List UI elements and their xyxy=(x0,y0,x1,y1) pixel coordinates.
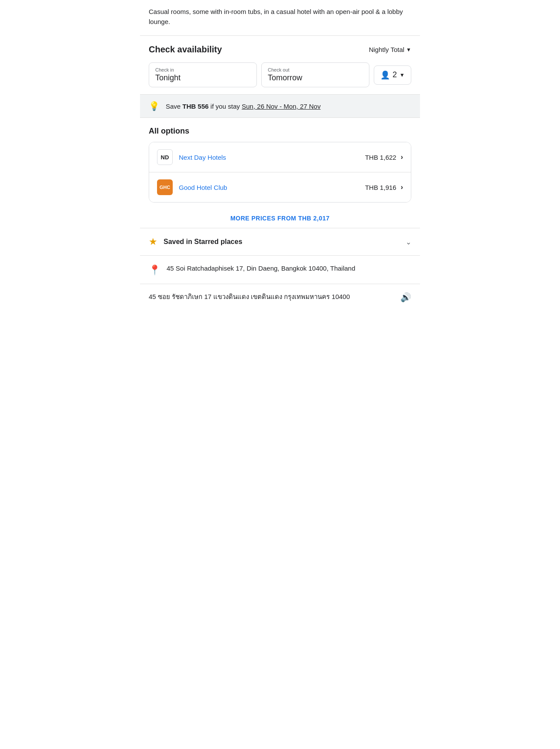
starred-section[interactable]: ★ Saved in Starred places ⌄ xyxy=(140,228,420,256)
good-hotel-club-name: Good Hotel Club xyxy=(179,184,365,191)
check-in-value: Tonight xyxy=(155,73,250,82)
check-out-label: Check out xyxy=(268,67,363,72)
next-day-hotels-name: Next Day Hotels xyxy=(179,154,365,161)
all-options-section: All options ND Next Day Hotels THB 1,622… xyxy=(140,118,420,228)
guests-count: 2 xyxy=(393,70,397,79)
next-day-chevron-icon: › xyxy=(401,153,403,161)
savings-date-range[interactable]: Sun, 26 Nov - Mon, 27 Nov xyxy=(242,103,321,110)
savings-text: Save THB 556 if you stay Sun, 26 Nov - M… xyxy=(166,102,321,111)
nightly-total-button[interactable]: Nightly Total ▼ xyxy=(369,46,411,53)
check-out-value: Tomorrow xyxy=(268,73,363,82)
guests-chevron-icon: ▼ xyxy=(400,72,405,78)
address-thai-text: 45 ซอย รัชดาภิเษก 17 แขวงดินแดง เขตดินแด… xyxy=(149,292,394,302)
date-row: Check in Tonight Check out Tomorrow 👤 2 … xyxy=(149,62,411,87)
next-day-hotels-price: THB 1,622 xyxy=(365,154,396,161)
person-icon: 👤 xyxy=(380,70,390,80)
good-hotel-club-price: THB 1,916 xyxy=(365,184,396,191)
savings-amount: THB 556 xyxy=(182,103,208,110)
starred-chevron-icon: ⌄ xyxy=(406,238,411,246)
check-in-field[interactable]: Check in Tonight xyxy=(149,62,257,87)
options-card: ND Next Day Hotels THB 1,622 › GHC Good … xyxy=(149,142,411,203)
address-english-section: 📍 45 Soi Ratchadaphisek 17, Din Daeng, B… xyxy=(140,256,420,284)
all-options-title: All options xyxy=(149,127,411,136)
nightly-total-chevron-icon: ▼ xyxy=(406,47,411,53)
check-availability-title: Check availability xyxy=(149,45,222,55)
check-in-label: Check in xyxy=(155,67,250,72)
nightly-total-label: Nightly Total xyxy=(369,46,404,53)
more-prices-button[interactable]: MORE PRICES FROM THB 2,017 xyxy=(149,209,411,228)
check-availability-section: Check availability Nightly Total ▼ Check… xyxy=(140,36,420,95)
guests-field[interactable]: 👤 2 ▼ xyxy=(374,65,411,85)
description-section: Casual rooms, some with in-room tubs, in… xyxy=(140,0,420,36)
address-thai-section: 45 ซอย รัชดาภิเษก 17 แขวงดินแดง เขตดินแด… xyxy=(140,284,420,310)
next-day-logo: ND xyxy=(157,149,173,165)
check-availability-header: Check availability Nightly Total ▼ xyxy=(149,45,411,55)
option-row-next-day[interactable]: ND Next Day Hotels THB 1,622 › xyxy=(149,142,411,172)
address-english-text: 45 Soi Ratchadaphisek 17, Din Daeng, Ban… xyxy=(167,264,355,274)
savings-banner: 💡 Save THB 556 if you stay Sun, 26 Nov -… xyxy=(140,95,420,118)
location-pin-icon: 📍 xyxy=(149,265,160,276)
speaker-icon[interactable]: 🔊 xyxy=(400,292,411,302)
option-row-good-hotel-club[interactable]: GHC Good Hotel Club THB 1,916 › xyxy=(149,172,411,202)
star-icon: ★ xyxy=(149,236,157,247)
good-hotel-club-chevron-icon: › xyxy=(401,183,403,191)
lightbulb-icon: 💡 xyxy=(149,101,160,111)
description-text: Casual rooms, some with in-room tubs, in… xyxy=(149,7,411,27)
check-out-field[interactable]: Check out Tomorrow xyxy=(261,62,369,87)
good-hotel-club-logo: GHC xyxy=(157,179,173,195)
starred-label: Saved in Starred places xyxy=(164,238,406,246)
